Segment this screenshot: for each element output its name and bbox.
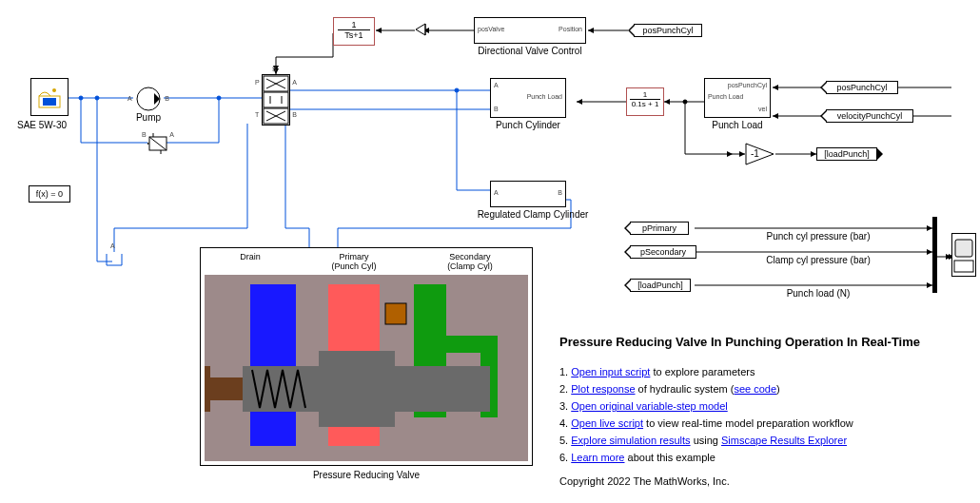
- prv-label: Pressure Reducing Valve: [200, 470, 533, 480]
- tf2-den: 0.1s + 1: [627, 100, 663, 108]
- hydraulic-reference-icon[interactable]: A: [105, 252, 124, 273]
- info-list: 1. Open input script to explore paramete…: [559, 363, 978, 466]
- svg-point-1: [217, 96, 221, 100]
- link-open-input-script[interactable]: Open input script: [571, 366, 650, 377]
- from-pospunchcyl-1[interactable]: posPunchCyl: [634, 24, 702, 37]
- svg-rect-16: [250, 284, 296, 446]
- svg-rect-13: [955, 240, 972, 257]
- gain-value: -1: [751, 148, 759, 159]
- pl-in-vel: vel: [758, 106, 767, 112]
- fluid-source-block[interactable]: [30, 78, 69, 116]
- svg-rect-24: [206, 377, 243, 400]
- prv-primary-top: Primary: [339, 252, 368, 261]
- scope-block[interactable]: [951, 233, 976, 277]
- link-explore-sim[interactable]: Explore simulation results: [571, 435, 690, 446]
- clamp-cylinder-block[interactable]: A B: [490, 181, 566, 207]
- link-see-code[interactable]: see code: [734, 383, 776, 395]
- pc-port-b: B: [494, 106, 499, 112]
- dv-port-b: B: [292, 111, 297, 118]
- cc-port-a: A: [494, 189, 499, 196]
- svg-point-4: [683, 100, 687, 104]
- relief-port-b: B: [142, 131, 147, 138]
- pl-in-pos: posPunchCyl: [728, 82, 767, 88]
- pump-port-a: A: [127, 95, 132, 102]
- link-learn-more[interactable]: Learn more: [571, 452, 624, 463]
- dv-port-a: A: [292, 79, 297, 86]
- svg-rect-25: [205, 366, 210, 412]
- svg-point-2: [95, 96, 99, 100]
- link-plot-response[interactable]: Plot response: [571, 383, 635, 395]
- punch-cylinder-block[interactable]: A B Punch Load: [490, 78, 566, 118]
- prv-drain-label: Drain: [240, 252, 261, 275]
- dvc-out: posValve: [478, 26, 504, 32]
- punchload-block[interactable]: Punch Load posPunchCyl vel: [704, 78, 771, 118]
- prv-crosssection-icon: [205, 275, 528, 461]
- mux-sig2: Clamp cyl pressure (bar): [723, 255, 913, 265]
- svg-rect-11: [264, 92, 288, 107]
- tf2-num: 1: [630, 90, 660, 100]
- solver-config-block[interactable]: f(x) = 0: [29, 185, 70, 203]
- dvc-block[interactable]: posValve Position: [474, 17, 586, 44]
- punch-cyl-label: Punch Cylinder: [485, 120, 571, 130]
- relief-port-a: A: [169, 131, 174, 138]
- svg-rect-21: [385, 303, 406, 324]
- gain-block[interactable]: -1: [745, 143, 775, 167]
- dv-port-s: S: [272, 66, 277, 72]
- pump-label: Pump: [133, 112, 164, 123]
- sim-to-ps-icon[interactable]: [414, 23, 427, 38]
- relief-valve-block[interactable]: A B: [147, 131, 168, 156]
- punchload-label: Punch Load: [704, 120, 771, 130]
- mux-sig3: Punch load (N): [723, 288, 913, 299]
- directional-valve-block[interactable]: P T A B S: [262, 74, 290, 126]
- from-psecondary[interactable]: pSecondary: [630, 245, 696, 259]
- mux-bar[interactable]: [932, 217, 937, 293]
- page-title: Pressure Reducing Valve In Punching Oper…: [559, 335, 978, 349]
- prv-primary-bot: (Punch Cyl): [331, 261, 376, 271]
- from-loadpunch[interactable]: [loadPunch]: [630, 279, 691, 292]
- pump-block[interactable]: A B: [133, 84, 164, 114]
- from-pospunchcyl-2[interactable]: posPunchCyl: [826, 81, 898, 94]
- dvc-in: Position: [559, 26, 582, 32]
- pump-port-b: B: [165, 95, 169, 102]
- link-open-original[interactable]: Open original variable-step model: [571, 400, 727, 412]
- pl-out: Punch Load: [708, 93, 743, 100]
- dv-port-t: T: [255, 111, 259, 118]
- svg-point-6: [52, 88, 56, 92]
- pc-load: Punch Load: [527, 93, 562, 100]
- pc-port-a: A: [494, 82, 499, 88]
- cc-port-b: B: [558, 189, 562, 196]
- tf1-block[interactable]: 1 Ts+1: [333, 17, 375, 46]
- prv-secondary-bot: (Clamp Cyl): [447, 261, 493, 271]
- fluid-source-label: SAE 5W-30: [17, 120, 84, 130]
- from-velocitypunchcyl[interactable]: velocityPunchCyl: [826, 109, 913, 123]
- from-pprimary[interactable]: pPrimary: [630, 222, 689, 235]
- svg-point-3: [455, 88, 459, 92]
- dvc-label: Directional Valve Control: [474, 46, 586, 56]
- goto-loadpunch[interactable]: [loadPunch]: [816, 147, 877, 161]
- svg-rect-7: [43, 98, 56, 106]
- dv-port-p: P: [255, 79, 260, 86]
- svg-point-0: [79, 96, 83, 100]
- mux-sig1: Punch cyl pressure (bar): [723, 231, 913, 242]
- link-simscape-explorer[interactable]: Simscape Results Explorer: [721, 435, 847, 446]
- tf1-num: 1: [338, 20, 370, 30]
- prv-secondary-top: Secondary: [449, 252, 490, 261]
- tf1-den: Ts+1: [334, 30, 374, 40]
- svg-rect-14: [954, 261, 973, 272]
- svg-rect-23: [319, 351, 395, 427]
- tf2-block[interactable]: 1 0.1s + 1: [626, 87, 664, 116]
- prv-subsystem-block[interactable]: Drain Primary(Punch Cyl) Secondary(Clamp…: [200, 247, 533, 466]
- clamp-cyl-label: Regulated Clamp Cylinder: [476, 209, 590, 220]
- link-open-live-script[interactable]: Open live script: [571, 417, 643, 429]
- copyright: Copyright 2022 The MathWorks, Inc.: [559, 475, 978, 487]
